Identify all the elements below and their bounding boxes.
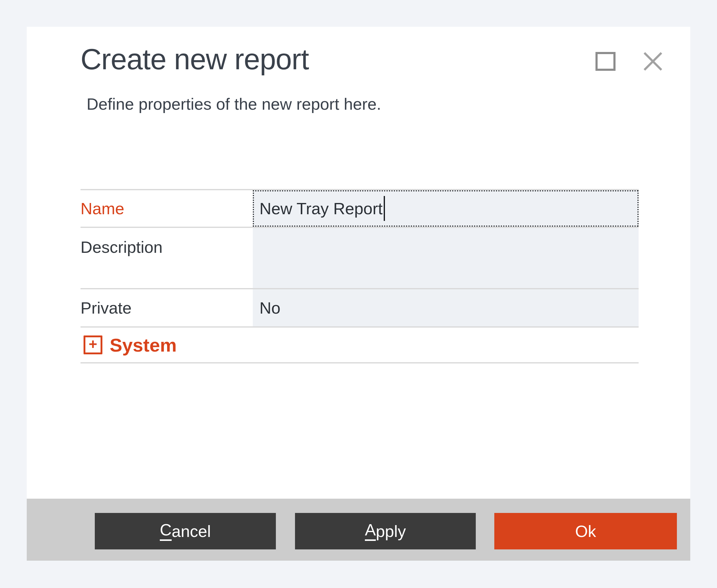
description-label: Description [81,228,253,288]
name-input-value: New Tray Report [259,199,382,218]
cancel-button[interactable]: Cancel [95,513,276,549]
private-row: Private No [81,289,639,328]
ok-button[interactable]: Ok [494,513,677,549]
description-input[interactable] [253,228,639,288]
system-section-row: + System [81,328,639,363]
text-cursor [384,196,385,221]
ok-label: Ok [575,523,596,539]
apply-button[interactable]: Apply [295,513,476,549]
maximize-icon [595,52,615,71]
maximize-button[interactable] [595,51,616,72]
dialog-subtitle: Define properties of the new report here… [87,94,381,114]
cancel-label-rest: ancel [172,523,211,539]
cancel-accelerator: C [160,522,172,541]
close-icon [643,52,663,71]
apply-label-rest: pply [376,523,406,539]
private-label: Private [81,289,253,327]
description-row: Description [81,228,639,289]
screen-background: { "window": { "title": "Create new repor… [0,0,717,588]
properties-table: Name New Tray Report Description Private… [81,189,639,363]
system-section-label[interactable]: System [110,334,177,356]
create-report-dialog: Create new report Define properties of t… [27,27,690,561]
dialog-title: Create new report [81,43,309,76]
footer-bar: Cancel Apply Ok [27,499,690,561]
private-value-text: No [259,298,280,317]
private-value[interactable]: No [253,289,639,327]
plus-icon: + [89,337,97,352]
name-input[interactable]: New Tray Report [253,190,639,227]
close-button[interactable] [642,51,663,72]
name-row: Name New Tray Report [81,190,639,228]
apply-accelerator: A [365,522,376,541]
name-label: Name [81,190,253,227]
system-expander-button[interactable]: + [84,335,102,354]
